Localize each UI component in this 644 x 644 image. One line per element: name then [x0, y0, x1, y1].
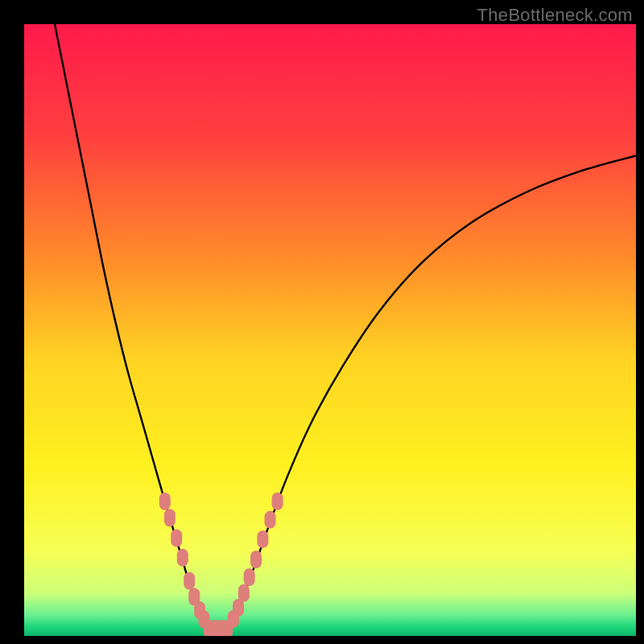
marker-point [272, 493, 283, 510]
marker-point [171, 529, 182, 547]
marker-point [184, 572, 195, 590]
chart-frame: TheBottleneck.com [0, 0, 644, 644]
marker-point [250, 551, 262, 568]
chart-background-gradient [24, 24, 636, 636]
marker-point [265, 511, 276, 529]
watermark-text: TheBottleneck.com [477, 5, 633, 26]
marker-point [244, 568, 255, 586]
marker-point [177, 549, 188, 567]
marker-point [238, 584, 250, 602]
marker-point [164, 509, 175, 526]
chart-svg [24, 24, 636, 636]
chart-plot-area [24, 24, 636, 636]
marker-point [257, 530, 268, 548]
marker-point [159, 493, 171, 510]
